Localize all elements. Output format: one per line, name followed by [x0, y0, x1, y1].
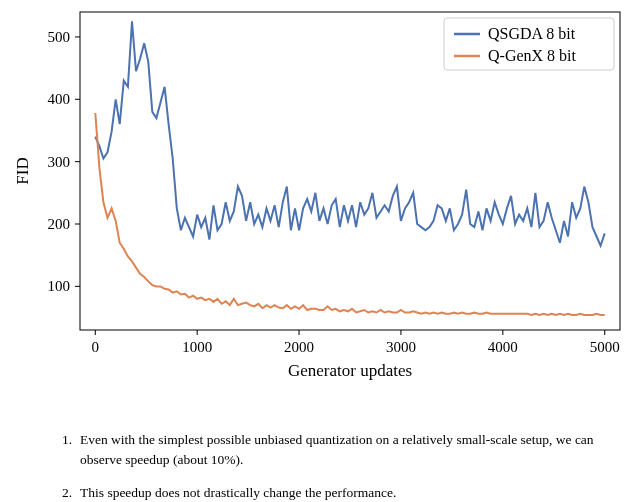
svg-text:300: 300 — [48, 154, 71, 170]
svg-text:1000: 1000 — [182, 339, 212, 355]
svg-text:QSGDA 8 bit: QSGDA 8 bit — [488, 25, 576, 42]
fid-vs-generator-updates-plot: 010002000300040005000100200300400500Gene… — [10, 4, 630, 384]
svg-text:5000: 5000 — [590, 339, 620, 355]
line-chart: 010002000300040005000100200300400500Gene… — [10, 4, 630, 384]
paper-body: 1. Even with the simplest possible unbia… — [0, 430, 640, 502]
list-text: This speedup does not drastically change… — [80, 483, 626, 502]
svg-text:Generator updates: Generator updates — [288, 361, 412, 380]
svg-text:500: 500 — [48, 29, 71, 45]
svg-text:0: 0 — [92, 339, 100, 355]
svg-text:4000: 4000 — [488, 339, 518, 355]
list-text: Even with the simplest possible unbiased… — [80, 430, 626, 469]
svg-text:Q-GenX 8 bit: Q-GenX 8 bit — [488, 47, 577, 64]
svg-text:3000: 3000 — [386, 339, 416, 355]
svg-text:FID: FID — [13, 157, 32, 184]
svg-text:2000: 2000 — [284, 339, 314, 355]
list-item: 1. Even with the simplest possible unbia… — [48, 430, 626, 469]
list-number: 2. — [48, 483, 72, 502]
svg-text:100: 100 — [48, 278, 71, 294]
svg-text:200: 200 — [48, 216, 71, 232]
svg-text:400: 400 — [48, 91, 71, 107]
list-number: 1. — [48, 430, 72, 450]
list-item: 2. This speedup does not drastically cha… — [48, 483, 626, 502]
